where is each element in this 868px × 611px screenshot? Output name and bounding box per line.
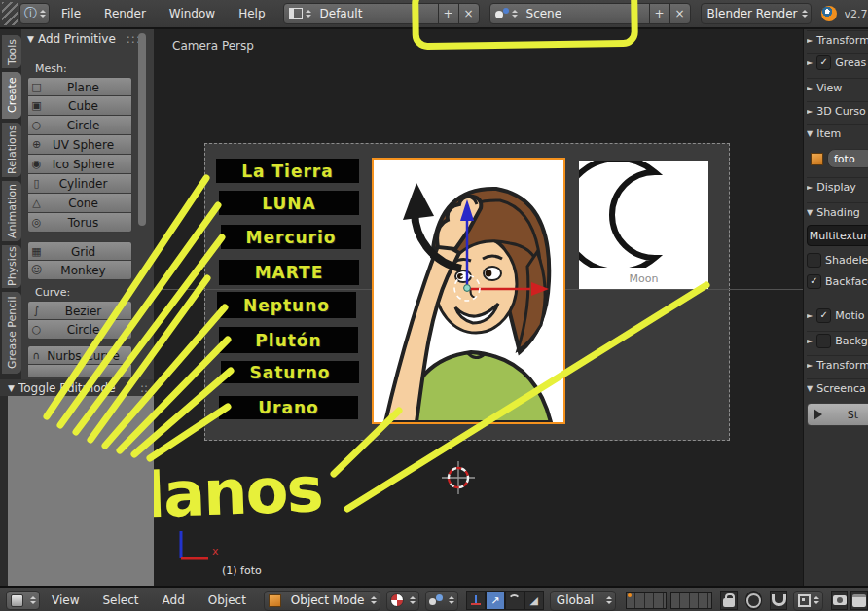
blender-logo-icon — [821, 6, 837, 21]
plane-urano[interactable]: Urano — [219, 396, 358, 419]
tab-grease-pencil[interactable]: Grease Pencil — [2, 292, 21, 374]
tool-shelf-scrollbar[interactable] — [138, 33, 146, 226]
photo-plane-selected[interactable] — [372, 158, 565, 424]
editor-type-button[interactable]: ⓘ — [19, 3, 50, 24]
shadeless-row[interactable]: Shadeles — [807, 251, 868, 269]
tab-animation[interactable]: Animation — [2, 181, 21, 241]
delete-layout-button[interactable]: × — [458, 4, 479, 23]
plane-saturno[interactable]: Saturno — [221, 361, 359, 383]
grease-pencil-checkbox[interactable] — [816, 55, 831, 70]
panel-title: Toggle Editmode — [18, 381, 116, 395]
section-background-images[interactable]: ►Backg — [807, 331, 868, 349]
opengl-render-button[interactable] — [831, 591, 849, 610]
opengl-animation-button[interactable] — [850, 591, 868, 610]
tab-tools[interactable]: Tools — [2, 35, 21, 68]
add-nurbs-curve-button[interactable]: ∩Nurbs Curve — [27, 345, 132, 366]
render-engine-selector[interactable]: Blender Render — [701, 3, 812, 24]
plane-la-tierra[interactable]: La Tierra — [216, 159, 359, 183]
section-grease-pencil[interactable]: ►Greas — [807, 53, 868, 71]
pivot-point-icon — [429, 594, 443, 606]
snap-toggle-button[interactable] — [770, 591, 787, 610]
motion-tracking-checkbox[interactable] — [816, 308, 831, 323]
plane-pluton[interactable]: Plutón — [219, 327, 358, 353]
editor-type-button[interactable] — [6, 591, 40, 610]
add-bezier-button[interactable]: ∫Bezier — [27, 301, 132, 321]
menu-add[interactable]: Add — [151, 593, 197, 607]
transform-orientation-selector[interactable]: Global — [550, 591, 616, 611]
section-motion-tracking[interactable]: ►Motio — [807, 306, 868, 324]
add-cone-button[interactable]: △Cone — [27, 193, 132, 213]
add-circle-button[interactable]: ○Circle — [27, 115, 132, 135]
add-layout-button[interactable]: + — [438, 4, 458, 23]
background-images-checkbox[interactable] — [816, 334, 831, 348]
section-3d-cursor[interactable]: ►3D Curso — [807, 101, 868, 120]
add-cylinder-button[interactable]: ▯Cylinder — [27, 173, 132, 194]
screencast-start-button[interactable]: St — [807, 403, 868, 426]
add-plane-button[interactable]: □Plane — [27, 77, 132, 97]
menu-object[interactable]: Object — [197, 593, 258, 607]
plane-luna[interactable]: LUNA — [219, 191, 359, 215]
updown-arrows-icon — [512, 7, 518, 20]
section-transform-orientations[interactable]: ►Transform — [807, 355, 868, 374]
axis-tricolor-icon — [471, 595, 481, 605]
cylinder-icon: ▯ — [28, 177, 45, 190]
proportional-edit-button[interactable] — [745, 591, 763, 610]
collapse-arrow-icon: ▼ — [8, 383, 15, 393]
tab-create[interactable]: Create — [2, 72, 21, 119]
add-ico-sphere-button[interactable]: ◉Ico Sphere — [27, 154, 132, 174]
menu-select[interactable]: Select — [90, 593, 150, 607]
screen-layout-selector[interactable]: Default + × — [283, 3, 480, 24]
viewport-shading-selector[interactable] — [386, 591, 419, 611]
add-nurbs-circle-button-clipped[interactable] — [27, 364, 132, 377]
lock-to-scene-button[interactable] — [720, 591, 738, 610]
add-torus-button[interactable]: ◎Torus — [27, 212, 132, 233]
section-view[interactable]: ►View — [807, 78, 868, 96]
menu-help[interactable]: Help — [227, 7, 276, 20]
collapsed-arrow-icon: ► — [807, 107, 813, 116]
section-item[interactable]: ▼Item — [807, 124, 868, 142]
plane-marte[interactable]: MARTE — [219, 260, 359, 285]
object-name-field[interactable]: foto — [827, 149, 868, 168]
add-monkey-button[interactable]: ☺Monkey — [27, 260, 132, 280]
pivot-point-selector[interactable] — [425, 591, 458, 611]
backface-row[interactable]: Backface — [807, 272, 868, 290]
shading-mode-button[interactable]: Multitexture — [807, 225, 868, 246]
menu-view[interactable]: View — [40, 593, 90, 607]
toggle-editmode-panel-header[interactable]: ▼ Toggle Editmode — [0, 379, 154, 396]
backface-culling-checkbox[interactable] — [807, 274, 821, 289]
translate-manipulator-button[interactable]: ↗ — [486, 591, 505, 610]
tab-physics[interactable]: Physics — [2, 245, 21, 288]
layers-widget-right[interactable] — [670, 592, 712, 609]
snap-element-selector[interactable] — [793, 591, 823, 611]
mode-selector[interactable]: Object Mode — [264, 591, 380, 611]
expanded-arrow-icon: ▼ — [807, 384, 813, 393]
rotate-manipulator-button[interactable] — [505, 591, 524, 610]
layers-widget-left[interactable] — [626, 592, 668, 609]
add-scene-button[interactable]: + — [649, 4, 669, 23]
delete-scene-button[interactable]: × — [669, 4, 690, 23]
plane-neptuno[interactable]: Neptuno — [217, 292, 356, 318]
section-shading[interactable]: ▼Shading — [807, 202, 868, 221]
add-cube-button[interactable]: ▣Cube — [27, 95, 132, 116]
scale-manipulator-button[interactable]: ◢ — [524, 591, 544, 610]
menu-window[interactable]: Window — [158, 7, 227, 20]
section-screencast-keys[interactable]: ▼Screenca — [807, 378, 868, 397]
collapsed-arrow-icon: ► — [807, 311, 813, 320]
section-display[interactable]: ►Display — [807, 177, 868, 196]
camera-render-icon — [833, 595, 847, 605]
menu-render[interactable]: Render — [92, 7, 158, 20]
add-grid-button[interactable]: ▦Grid — [27, 241, 132, 262]
add-curve-circle-button[interactable]: ○Circle — [27, 319, 132, 340]
add-uv-sphere-button[interactable]: ⊕UV Sphere — [27, 134, 132, 155]
shadeless-checkbox[interactable] — [807, 253, 821, 268]
add-primitive-panel-header[interactable]: ▼ Add Primitive — [21, 32, 154, 46]
tab-relations[interactable]: Relations — [2, 123, 21, 177]
active-object-label: (1) foto — [222, 564, 262, 577]
manipulator-axis-button[interactable] — [466, 591, 486, 610]
3d-view-editor-icon — [11, 594, 23, 607]
section-transform[interactable]: ►Transform — [807, 30, 868, 49]
menu-file[interactable]: File — [50, 7, 92, 20]
scene-selector[interactable]: Scene + × — [489, 3, 691, 24]
plane-mercurio[interactable]: Mercurio — [221, 225, 361, 249]
moon-plane[interactable]: Moon — [579, 161, 708, 289]
